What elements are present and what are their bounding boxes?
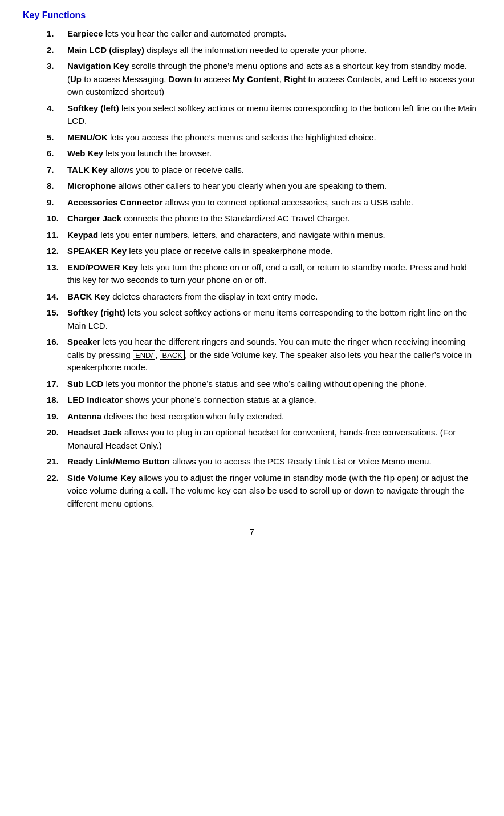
- description-text: deletes characters from the display in t…: [110, 292, 318, 301]
- list-number: 8.: [47, 180, 67, 193]
- list-item: 19. Antenna delivers the best reception …: [47, 410, 481, 423]
- list-number: 12.: [47, 245, 67, 258]
- list-content: Headset Jack allows you to plug in an op…: [67, 426, 481, 452]
- list-item: 14. BACK Key deletes characters from the…: [47, 290, 481, 304]
- list-content: Microphone allows other callers to hear …: [67, 180, 481, 193]
- list-content: Earpiece lets you hear the caller and au…: [67, 27, 481, 41]
- list-item: 13. END/POWER Key lets you turn the phon…: [47, 261, 481, 287]
- list-content: TALK Key allows you to place or receive …: [67, 164, 481, 177]
- list-number: 20.: [47, 426, 67, 439]
- key-term: BACK Key: [67, 292, 110, 301]
- desc-p5: to access Contacts, and: [306, 74, 401, 84]
- key-term: Web Key: [67, 148, 103, 158]
- inline-key-back: BACK: [160, 350, 184, 360]
- list-content: BACK Key deletes characters from the dis…: [67, 290, 481, 304]
- list-item: 8. Microphone allows other callers to he…: [47, 180, 481, 193]
- desc-p3: to access: [192, 74, 233, 84]
- list-number: 5.: [47, 131, 67, 144]
- list-item: 16. Speaker lets you hear the different …: [47, 336, 481, 374]
- list-content: SPEAKER Key lets you place or receive ca…: [67, 245, 481, 258]
- list-number: 15.: [47, 306, 67, 320]
- key-term-left: Left: [402, 74, 418, 84]
- list-number: 3.: [47, 60, 67, 73]
- list-item: 3. Navigation Key scrolls through the ph…: [47, 60, 481, 99]
- key-term: Speaker: [67, 337, 100, 346]
- key-term: END/POWER Key: [67, 262, 138, 272]
- list-number: 13.: [47, 261, 67, 274]
- list-content: Antenna delivers the best reception when…: [67, 410, 481, 423]
- list-item: 17. Sub LCD lets you monitor the phone’s…: [47, 378, 481, 391]
- list-content: Softkey (left) lets you select softkey a…: [67, 102, 481, 128]
- key-term: TALK Key: [67, 165, 108, 175]
- list-content: Softkey (right) lets you select softkey …: [67, 306, 481, 332]
- description-text: lets you select softkey actions or menu …: [67, 103, 477, 126]
- list-item: 11. Keypad lets you enter numbers, lette…: [47, 229, 481, 242]
- list-number: 2.: [47, 44, 67, 57]
- description-text: shows your phone’s connection status at …: [123, 395, 316, 405]
- list-item: 10. Charger Jack connects the phone to t…: [47, 212, 481, 225]
- list-item: 5. MENU/OK lets you access the phone’s m…: [47, 131, 481, 144]
- description-text: connects the phone to the Standardized A…: [121, 213, 349, 223]
- key-term: Antenna: [67, 411, 101, 421]
- description-text: allows you to access the PCS Ready Link …: [170, 457, 432, 466]
- key-term-mycontent: My Content: [233, 74, 279, 84]
- description-text: allows you to place or receive calls.: [108, 165, 244, 175]
- desc-p2: to access Messaging,: [82, 74, 169, 84]
- key-term: SPEAKER Key: [67, 246, 127, 256]
- list-number: 18.: [47, 394, 67, 407]
- page-number: 7: [250, 527, 254, 536]
- list-content: END/POWER Key lets you turn the phone on…: [67, 261, 481, 287]
- description-text: lets you hear the caller and automated p…: [103, 29, 287, 38]
- list-number: 16.: [47, 336, 67, 349]
- key-term: Keypad: [67, 230, 98, 240]
- description-text: lets you enter numbers, letters, and cha…: [98, 230, 385, 240]
- list-content: Charger Jack connects the phone to the S…: [67, 212, 481, 225]
- key-term: LED Indicator: [67, 395, 123, 405]
- key-term: Softkey (right): [67, 308, 125, 317]
- list-number: 22.: [47, 472, 67, 485]
- key-term: Charger Jack: [67, 213, 121, 223]
- list-content: Speaker lets you hear the different ring…: [67, 336, 481, 374]
- list-number: 6.: [47, 147, 67, 160]
- list-item: 4. Softkey (left) lets you select softke…: [47, 102, 481, 128]
- list-number: 7.: [47, 164, 67, 177]
- list-item: 2. Main LCD (display) displays all the i…: [47, 44, 481, 57]
- list-item: 7. TALK Key allows you to place or recei…: [47, 164, 481, 177]
- list-content: MENU/OK lets you access the phone’s menu…: [67, 131, 481, 144]
- key-term: Ready Link/Memo Button: [67, 457, 170, 466]
- list-content: Ready Link/Memo Button allows you to acc…: [67, 455, 481, 468]
- list-content: Sub LCD lets you monitor the phone’s sta…: [67, 378, 481, 391]
- list-content: Navigation Key scrolls through the phone…: [67, 60, 481, 99]
- description-text: lets you select softkey actions or menu …: [67, 308, 467, 330]
- page-footer: 7: [23, 527, 481, 536]
- list-number: 17.: [47, 378, 67, 391]
- key-term: Softkey (left): [67, 103, 119, 113]
- key-term: Headset Jack: [67, 427, 122, 437]
- list-number: 10.: [47, 212, 67, 225]
- description-text: displays all the information needed to o…: [144, 45, 367, 55]
- key-term: Earpiece: [67, 29, 103, 38]
- list-item: 9. Accessories Connector allows you to c…: [47, 196, 481, 209]
- list-item: 15. Softkey (right) lets you select soft…: [47, 306, 481, 332]
- description-text: allows other callers to hear you clearly…: [116, 181, 387, 191]
- list-number: 9.: [47, 196, 67, 209]
- list-item: 20. Headset Jack allows you to plug in a…: [47, 426, 481, 452]
- list-content: Web Key lets you launch the browser.: [67, 147, 481, 160]
- key-term-down: Down: [169, 74, 192, 84]
- list-item: 1. Earpiece lets you hear the caller and…: [47, 27, 481, 41]
- list-number: 21.: [47, 455, 67, 468]
- description-text: allows you to connect optional accessori…: [163, 197, 413, 207]
- desc-p4: ,: [279, 74, 284, 84]
- key-term: MENU/OK: [67, 132, 108, 142]
- list-item: 21. Ready Link/Memo Button allows you to…: [47, 455, 481, 468]
- description-text: lets you monitor the phone’s status and …: [103, 379, 426, 389]
- key-term: Microphone: [67, 181, 116, 191]
- description-text: delivers the best reception when fully e…: [101, 411, 284, 421]
- inline-key-end: END/: [133, 350, 155, 360]
- list-number: 11.: [47, 229, 67, 242]
- description-text: lets you launch the browser.: [103, 148, 212, 158]
- list-content: Main LCD (display) displays all the info…: [67, 44, 481, 57]
- key-term-right: Right: [284, 74, 306, 84]
- description-text: allows you to plug in an optional headse…: [67, 427, 456, 450]
- description-text: lets you access the phone’s menus and se…: [108, 132, 376, 142]
